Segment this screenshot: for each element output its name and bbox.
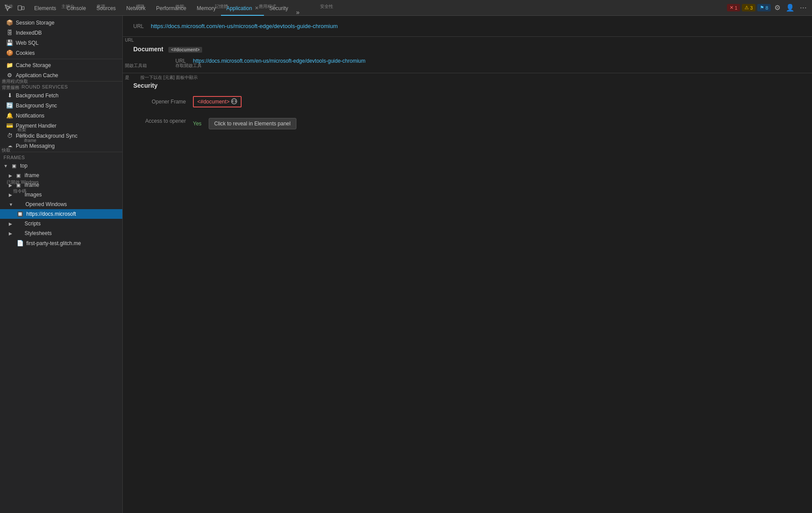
warning-badge[interactable]: ⚠ 3 (742, 4, 755, 11)
scripts-expand-arrow[interactable] (9, 221, 12, 226)
sidebar-label-push-messaging: Push Messaging (16, 143, 55, 149)
url-bar-value: https://docs.microsoft.com/en-us/microso… (151, 23, 338, 29)
tab-console[interactable]: Console (61, 2, 91, 16)
sidebar-label-images: Images (25, 192, 42, 198)
sidebar-item-app-cache[interactable]: ⚙ Application Cache (0, 70, 122, 80)
sidebar-item-stylesheets[interactable]: Stylesheets (0, 228, 122, 238)
sidebar-item-images[interactable]: Images (0, 190, 122, 200)
sidebar-item-periodic-bg-sync[interactable]: ⏱ Periodic Background Sync (0, 131, 122, 141)
bg-services-header: Background Services (0, 82, 122, 90)
tab-security[interactable]: Security (264, 2, 293, 16)
sidebar-label-opened-windows: Opened Windows (25, 201, 67, 207)
sidebar-item-iframe-1[interactable]: ▣ iframe (0, 171, 122, 180)
reveal-in-elements-button[interactable]: Click to reveal in Elements panel (209, 118, 296, 129)
sidebar-item-cache-storage[interactable]: 📁 Cache Storage (0, 60, 122, 70)
tab-memory[interactable]: Memory (192, 2, 221, 16)
sidebar-item-iframe-2[interactable]: ▣ iframe (0, 180, 122, 190)
docs-icon: 🔲 (17, 211, 24, 217)
iframe2-expand-arrow[interactable] (9, 183, 12, 188)
content-area: URL https://docs.microsoft.com/en-us/mic… (123, 16, 812, 513)
sidebar-item-bg-sync[interactable]: 🔄 Background Sync (0, 100, 122, 110)
sidebar: 📦 Session Storage 🗄 IndexedDB 💾 Web SQL … (0, 16, 123, 513)
more-icon[interactable]: ⋯ (798, 2, 808, 14)
toolbar-left (0, 2, 27, 14)
security-section-title: Security (133, 82, 801, 89)
tab-bar: Elements Console Sources Network Perform… (29, 0, 302, 16)
sidebar-item-session-storage[interactable]: 📦 Session Storage (0, 18, 122, 28)
sidebar-label-stylesheets: Stylesheets (25, 230, 52, 236)
error-icon: ✕ (730, 5, 734, 11)
opener-frame-text: <#document> (197, 99, 229, 105)
inspect-icon[interactable] (2, 2, 14, 14)
sidebar-item-scripts[interactable]: Scripts (0, 219, 122, 228)
sidebar-label-bg-sync: Background Sync (16, 103, 57, 109)
main-layout: 📦 Session Storage 🗄 IndexedDB 💾 Web SQL … (0, 16, 812, 513)
warning-count: 3 (750, 5, 753, 11)
opener-frame-label: Opener Frame (133, 99, 186, 105)
opener-frame-value-container: <#document> (193, 96, 801, 107)
toolbar-right: ✕ 1 ⚠ 3 ⚑ 8 ⚙ 👤 ⋯ (727, 2, 812, 14)
error-badge[interactable]: ✕ 1 (727, 4, 740, 11)
info-badge[interactable]: ⚑ 8 (757, 4, 771, 11)
profile-icon[interactable]: 👤 (784, 2, 796, 14)
svg-rect-1 (22, 7, 24, 10)
document-title: Document <#document> (133, 46, 801, 53)
sidebar-item-bg-fetch[interactable]: ⬇ Background Fetch (0, 90, 122, 100)
images-expand-arrow[interactable] (9, 192, 12, 197)
security-section: Security Opener Frame <#document> (123, 73, 812, 138)
sidebar-item-top[interactable]: ▣ top (0, 161, 122, 171)
opener-frame-grid: Opener Frame <#document> (133, 96, 801, 107)
sidebar-label-top: top (20, 163, 28, 169)
sidebar-item-websql[interactable]: 💾 Web SQL (0, 38, 122, 48)
notifications-icon: 🔔 (6, 112, 13, 119)
tab-elements-label: Elements (34, 5, 56, 11)
first-party-icon: 📄 (17, 240, 24, 246)
sidebar-item-docs-microsoft[interactable]: 🔲 https://docs.microsoft (0, 209, 122, 219)
bg-sync-icon: 🔄 (6, 102, 13, 109)
error-count: 1 (735, 5, 737, 11)
session-storage-icon: 📦 (6, 19, 13, 26)
tab-application-close[interactable]: ✕ (255, 5, 259, 11)
divider-2 (0, 81, 122, 82)
opener-frame-button[interactable]: <#document> (193, 96, 242, 107)
tabs-overflow-button[interactable]: » (293, 9, 302, 16)
iframe1-expand-arrow[interactable] (9, 173, 12, 178)
document-info-grid: URL https://docs.microsoft.com/en-us/mic… (133, 58, 801, 64)
url-field-value[interactable]: https://docs.microsoft.com/en-us/microso… (193, 58, 801, 64)
sidebar-item-payment-handler[interactable]: 💳 Payment Handler (0, 121, 122, 131)
opened-windows-expand-arrow[interactable] (9, 202, 13, 207)
tab-application-label: Application (226, 5, 252, 11)
iframe1-icon: ▣ (15, 173, 22, 178)
sidebar-label-docs-microsoft: https://docs.microsoft (26, 211, 76, 217)
device-toggle-icon[interactable] (15, 2, 27, 14)
info-count: 8 (766, 5, 768, 11)
sidebar-label-notifications: Notifications (16, 113, 44, 119)
sidebar-item-opened-windows[interactable]: Opened Windows (0, 200, 122, 209)
bg-fetch-icon: ⬇ (6, 92, 13, 99)
tab-network[interactable]: Network (121, 2, 151, 16)
sidebar-item-indexeddb[interactable]: 🗄 IndexedDB (0, 28, 122, 38)
sidebar-label-scripts: Scripts (25, 221, 41, 227)
tab-elements[interactable]: Elements (29, 2, 61, 16)
tab-console-label: Console (67, 5, 86, 11)
settings-icon[interactable]: ⚙ (773, 2, 782, 14)
divider-3 (0, 152, 122, 152)
sidebar-item-first-party[interactable]: 📄 first-party-test.glitch.me (0, 238, 122, 248)
sidebar-item-cookies[interactable]: 🍪 Cookies (0, 48, 122, 58)
indexeddb-icon: 🗄 (6, 29, 13, 36)
sidebar-label-bg-fetch: Background Fetch (16, 93, 58, 99)
sidebar-label-iframe-1: iframe (25, 172, 39, 178)
sidebar-item-notifications[interactable]: 🔔 Notifications (0, 110, 122, 121)
top-expand-arrow[interactable] (4, 164, 8, 168)
url-field-label: URL (133, 58, 186, 64)
sidebar-label-session-storage: Session Storage (16, 20, 54, 26)
tab-application[interactable]: Application ✕ (221, 2, 264, 16)
sidebar-label-indexeddb: IndexedDB (16, 30, 42, 36)
cache-storage-icon: 📁 (6, 62, 13, 68)
tab-performance[interactable]: Performance (151, 2, 192, 16)
tab-memory-label: Memory (197, 5, 216, 11)
stylesheets-expand-arrow[interactable] (9, 231, 12, 236)
sidebar-item-push-messaging[interactable]: ☁ Push Messaging (0, 141, 122, 151)
info-icon: ⚑ (760, 5, 764, 11)
tab-sources[interactable]: Sources (91, 2, 121, 16)
